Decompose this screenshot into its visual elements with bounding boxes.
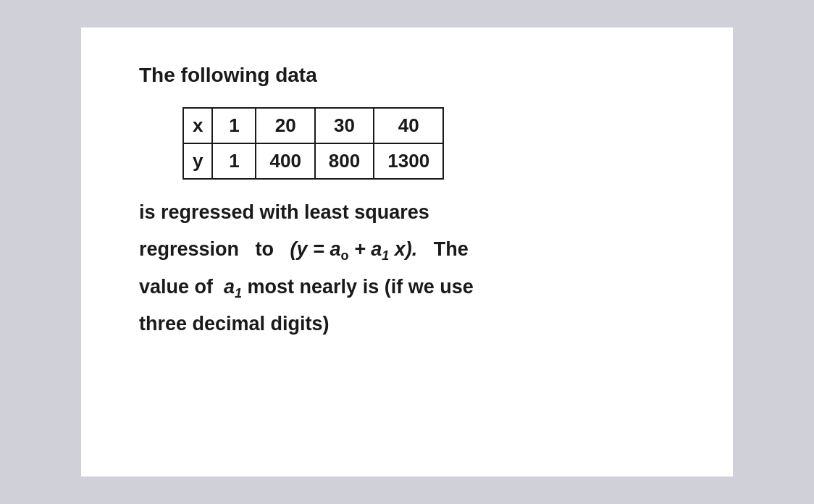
table-row-x: x 1 20 30 40 bbox=[183, 108, 443, 143]
table-cell-x30: 30 bbox=[315, 108, 374, 143]
text-paragraph-3: value of a1 most nearly is (if we use bbox=[139, 269, 689, 306]
table-cell-x40: 40 bbox=[374, 108, 443, 143]
text-paragraph-4: three decimal digits) bbox=[139, 306, 689, 343]
text-regression-to: regression to bbox=[139, 238, 290, 260]
page-title: The following data bbox=[139, 64, 689, 87]
table-cell-y1: 1 bbox=[212, 143, 256, 179]
math-equation: (y = ao + a1 x). bbox=[290, 238, 418, 260]
text-value-of: value of a1 bbox=[139, 276, 242, 298]
table-cell-x20: 20 bbox=[256, 108, 314, 143]
table-cell-y800: 800 bbox=[315, 143, 374, 179]
table-cell-x-label: x bbox=[183, 108, 212, 143]
table-cell-x1: 1 bbox=[212, 108, 256, 143]
data-table-container: x 1 20 30 40 y 1 400 800 1300 bbox=[182, 107, 689, 180]
text-three-decimal: three decimal digits) bbox=[139, 313, 330, 335]
table-row-y: y 1 400 800 1300 bbox=[183, 143, 443, 179]
table-cell-y1300: 1300 bbox=[374, 143, 443, 179]
main-card: The following data x 1 20 30 40 y 1 400 … bbox=[81, 28, 733, 476]
data-table: x 1 20 30 40 y 1 400 800 1300 bbox=[182, 107, 444, 180]
text-the: The bbox=[417, 238, 469, 260]
text-paragraph-2: regression to (y = ao + a1 x). The bbox=[139, 231, 689, 269]
table-cell-y-label: y bbox=[183, 143, 212, 179]
text-paragraph-1: is regressed with least squares bbox=[139, 194, 689, 231]
text-is-regressed: is regressed with least squares bbox=[139, 201, 429, 223]
text-most-nearly: most nearly is (if we use bbox=[242, 276, 474, 298]
table-cell-y400: 400 bbox=[256, 143, 314, 179]
